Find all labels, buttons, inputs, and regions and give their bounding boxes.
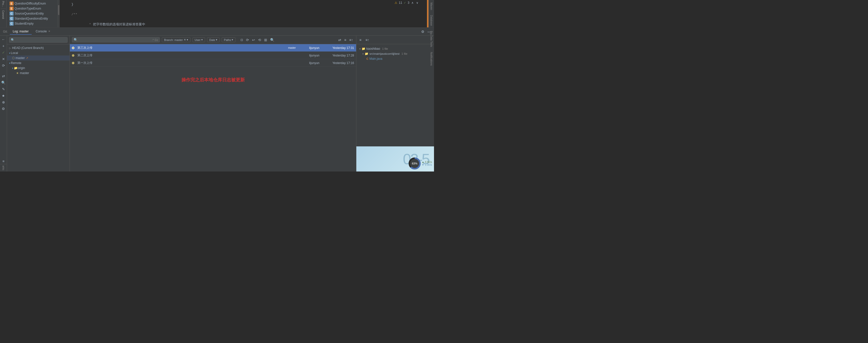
origin-label: origin (18, 66, 25, 70)
menu-btn[interactable]: ≡ (1, 159, 6, 164)
diff-folder-icon: 📁 (362, 47, 365, 50)
user-filter-label: User (195, 38, 200, 41)
sidebar-pro-label[interactable]: Pro... (2, 1, 4, 7)
refresh-commits-btn[interactable]: ⟳ (245, 37, 250, 42)
split-btn[interactable]: ⇄ (337, 37, 342, 42)
head-item[interactable]: ▷ HEAD (Current Branch) (7, 45, 70, 50)
branch-tree: ▷ HEAD (Current Branch) ▾ Local ⬡ master… (7, 44, 70, 172)
commit-message: 第三次上传 (78, 46, 284, 50)
settings-btn[interactable]: ⚙ (420, 29, 426, 34)
search-branch-btn[interactable]: 🔍 (1, 80, 6, 85)
refresh-branch-btn[interactable]: ⟳ (1, 63, 6, 68)
settings-branch-btn[interactable]: ⚙ (1, 106, 6, 111)
git-tab-log[interactable]: Log: master (10, 29, 32, 35)
commit-row[interactable]: 第二次上传 lijunyun Yesterday 17:28 (70, 52, 356, 59)
remote-master-item[interactable]: ★ master (7, 71, 70, 76)
git-tab-console-label: Console (36, 30, 47, 33)
sidebar-database[interactable]: Database (430, 13, 433, 27)
folder-icon: 📁 (14, 66, 18, 70)
user-filter-btn[interactable]: User ▾ (192, 37, 205, 42)
search-icon: 🔍 (74, 38, 78, 42)
file-tree-item[interactable]: C StandardQuestionsEntity (6, 16, 58, 21)
diff-filter-btn[interactable]: ≡ (359, 37, 362, 42)
remote-arrow-icon: ↗ (26, 57, 28, 60)
network-speeds: ▲ 4.5K/s ▼ 1.5K/s (422, 161, 432, 166)
branch-search (7, 36, 70, 44)
commit-panel: 🔍 .* Cc Branch: master ✕ ▾ User ▾ (70, 36, 356, 172)
git-tab-console[interactable]: Console ✕ (33, 29, 53, 35)
diff-subfolder-item[interactable]: ▾ 📁 src\main\java\com\ljj\test 1 file (359, 51, 432, 56)
add-circle-btn[interactable]: ⊕ (1, 99, 6, 105)
sidebar-commit-label[interactable]: Commit (2, 10, 4, 19)
commit-message: 第二次上传 (78, 53, 297, 58)
filter-right-btn[interactable]: ≡↑ (348, 37, 354, 42)
commit-tag: master (286, 46, 297, 49)
git-content: ← + ✓ ✕ ⟳ ⇄ 🔍 ✎ ★ ⊕ ⚙ ≡ ≡ (0, 36, 434, 172)
remote-group[interactable]: ▾ Remote (7, 61, 70, 66)
commit-time: Yesterday 17:28 (321, 54, 354, 57)
head-label: HEAD (Current Branch) (12, 46, 44, 50)
sort-btn[interactable]: ≡ (343, 37, 347, 42)
grid-btn[interactable]: ⊞ (263, 37, 268, 42)
commit-dot (72, 62, 74, 64)
undo-btn[interactable]: ↩ (251, 37, 256, 42)
file-tree-item[interactable]: C StudentEmpty (6, 21, 58, 26)
file-tree-item[interactable]: C SourceQuestionEntity (6, 11, 58, 16)
network-circle: 63% (409, 158, 421, 170)
paths-filter-btn[interactable]: Paths ▾ (222, 37, 236, 42)
diff-expand-icon: ▾ (362, 53, 364, 55)
upload-speed: ▲ 4.5K/s (422, 161, 432, 164)
local-master-item[interactable]: ⬡ master ↗ (7, 56, 70, 61)
commit-toolbar: 🔍 .* Cc Branch: master ✕ ▾ User ▾ (70, 36, 356, 44)
delete-btn[interactable]: ✕ (1, 56, 6, 62)
diff-content: ▾ 📁 kaoshibao 1 file ▾ 📁 src\main\java\c… (356, 44, 434, 146)
branch-filter-close[interactable]: ✕ (184, 38, 186, 41)
expand-btn[interactable]: ∧ (411, 1, 414, 4)
date-filter-btn[interactable]: Date ▾ (207, 37, 220, 42)
network-percent: 63% (412, 162, 417, 165)
local-master-label: master (16, 56, 25, 60)
git-tab-close[interactable]: ✕ (48, 30, 50, 33)
add-btn[interactable]: + (1, 43, 6, 49)
log-icon-btn[interactable]: ⊡ (240, 38, 244, 42)
commit-search-input[interactable] (79, 38, 151, 42)
commit-row[interactable]: 第三次上传 master lijunyun Yesterday 17:31 (70, 44, 356, 52)
local-label: Local (11, 51, 18, 55)
favorite-btn[interactable]: ★ (1, 93, 6, 98)
local-group[interactable]: ▾ Local (7, 50, 70, 56)
commit-search-box[interactable]: 🔍 .* Cc (72, 37, 160, 42)
diff-subfolder-label: src\main\java\com\ljj\test (369, 52, 400, 55)
search-commits-btn[interactable]: 🔍 (269, 37, 275, 42)
sidebar-maven[interactable]: Maven (430, 1, 433, 11)
commit-dot (72, 54, 74, 57)
git-panel: Git: Log: master Console ✕ ⚙ — ← + ✓ ✕ ⟳ (0, 28, 434, 172)
left-sidebar: Pro... Commit (0, 0, 6, 27)
commit-row[interactable]: 第一次上传 lijunyun Yesterday 17:16 (70, 59, 356, 67)
sidebar-bigdata[interactable]: Big Data Tools (430, 29, 433, 48)
sidebar-arks-label[interactable]: arks (2, 166, 5, 170)
branch-actions: ← + ✓ ✕ ⟳ ⇄ 🔍 ✎ ★ ⊕ ⚙ ≡ ≡ (0, 36, 7, 172)
go-back-btn[interactable]: ← (1, 37, 6, 42)
file-tree-item[interactable]: E QuestionDifficultyEnum (6, 1, 58, 6)
check-btn[interactable]: ✓ (1, 50, 6, 55)
code-panel: } /** * 把字符数组的选项封装进标准答案中 * @param standa… (60, 0, 434, 27)
diff-file-item[interactable]: C Main.java (359, 56, 432, 61)
branch-search-input[interactable] (9, 37, 68, 43)
branch-star-icon: ⬡ (12, 56, 14, 60)
edit-btn[interactable]: ✎ (1, 87, 6, 92)
commit-dot (72, 47, 74, 49)
branch-filter-btn[interactable]: Branch: master ✕ ▾ (162, 37, 190, 42)
diff-sort-btn[interactable]: ≡↑ (364, 37, 370, 42)
top-warning-bar: ⚠ 11 ✓ 3 ∧ ∨ (395, 1, 419, 4)
branch-star-icon: ★ (16, 71, 19, 75)
origin-folder[interactable]: ▾ 📁 origin (7, 66, 70, 71)
head-icon: ▷ (9, 47, 11, 49)
switch-btn[interactable]: ⇄ (1, 73, 6, 79)
diff-root-item[interactable]: ▾ 📁 kaoshibao 1 file (359, 46, 432, 51)
remote-master-label: master (20, 71, 29, 75)
collapse-btn[interactable]: ∨ (416, 1, 419, 4)
redo-btn[interactable]: ⟲ (257, 37, 262, 42)
annotation-text: 操作完之后本地仓库日志被更新 (181, 77, 245, 83)
file-tree-item[interactable]: E QuestionTypeEnum (6, 6, 58, 11)
sidebar-notifications[interactable]: Notifications (430, 50, 433, 67)
